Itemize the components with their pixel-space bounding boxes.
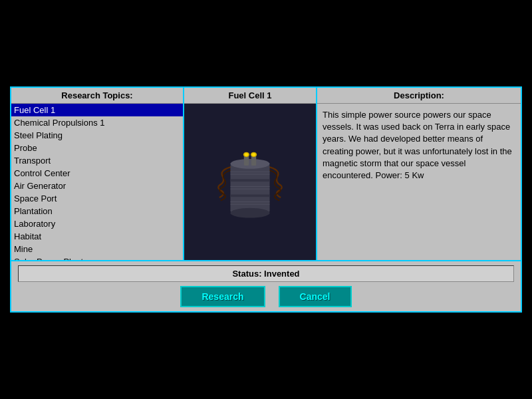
list-container: Fuel Cell 1Chemical Propulsions 1Steel P… [11,104,183,260]
list-item[interactable]: Solar Power Plant [11,255,183,260]
svg-rect-0 [230,164,269,213]
right-panel: Description: This simple power source po… [317,88,521,260]
list-item[interactable]: Control Center [11,167,183,180]
description-header: Description: [317,88,521,104]
bottom-bar: Status: Invented Research Cancel [11,260,521,311]
svg-point-1 [230,158,269,168]
research-topics-header: Research Topics: [11,88,183,104]
description-text: This simple power source powers our spac… [317,104,521,260]
fuel-cell-icon [210,142,290,222]
research-button[interactable]: Research [180,286,265,307]
svg-rect-3 [230,179,269,182]
button-row: Research Cancel [180,286,351,307]
list-item[interactable]: Space Port [11,192,183,205]
middle-panel: Fuel Cell 1 [184,88,317,260]
svg-point-9 [245,153,249,156]
list-item[interactable]: Air Generator [11,180,183,192]
status-bar: Status: Invented [18,265,514,282]
list-item[interactable]: Plantation [11,205,183,217]
svg-point-10 [252,153,256,156]
dialog-top: Research Topics: Fuel Cell 1Chemical Pro… [11,88,521,260]
list-item[interactable]: Steel Plating [11,129,183,142]
svg-rect-4 [230,194,269,197]
list-item[interactable]: Mine [11,243,183,255]
list-item[interactable]: Transport [11,154,183,167]
list-item[interactable]: Laboratory [11,217,183,230]
research-dialog: Research Topics: Fuel Cell 1Chemical Pro… [10,86,522,313]
item-image [184,104,316,260]
list-item[interactable]: Habitat [11,230,183,243]
item-title: Fuel Cell 1 [184,88,316,104]
research-list[interactable]: Fuel Cell 1Chemical Propulsions 1Steel P… [11,104,183,260]
list-item[interactable]: Chemical Propulsions 1 [11,116,183,129]
cancel-button[interactable]: Cancel [279,286,352,307]
list-item[interactable]: Fuel Cell 1 [11,104,183,116]
left-panel: Research Topics: Fuel Cell 1Chemical Pro… [11,88,184,260]
list-item[interactable]: Probe [11,142,183,154]
svg-point-2 [230,207,269,217]
